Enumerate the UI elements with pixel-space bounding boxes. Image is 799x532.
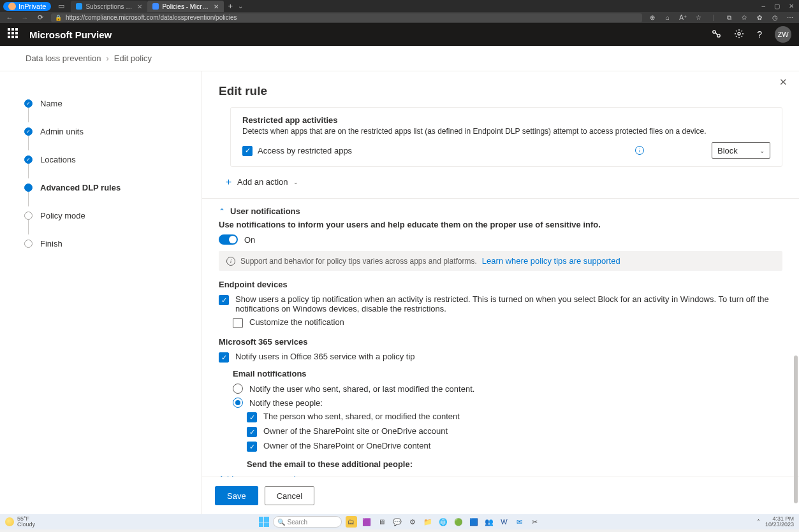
zoom-icon[interactable]: ⊕ [649,14,656,22]
select-value: Block [717,146,738,155]
user-notifications-desc: Use notifications to inform your users a… [219,220,782,229]
window-maximize-button[interactable]: ▢ [774,3,780,10]
copilot-icon[interactable]: ◷ [771,14,779,22]
taskbar-chrome-icon[interactable]: 🟢 [453,516,464,528]
home-icon[interactable]: ⌂ [664,14,671,22]
taskbar-app-icon[interactable]: ⚙ [407,516,418,528]
help-icon[interactable]: ? [757,29,762,40]
taskbar-app-icon[interactable]: 🟦 [468,516,480,528]
tab-close-icon[interactable]: ✕ [137,3,142,10]
notify-people-label: Notify these people: [249,398,782,408]
learn-policy-tips-link[interactable]: Learn where policy tips are supported [482,256,620,266]
wizard-step-admin-units[interactable]: ✓Admin units [24,117,186,145]
browser-tab-1[interactable]: Policies - Microsoft Purview ✕ [147,1,224,12]
user-notifications-section-toggle[interactable]: ⌃ User notifications [219,206,782,216]
window-close-button[interactable]: ✕ [789,3,794,10]
m365-services-heading: Microsoft 365 services [219,337,782,347]
info-icon: i [226,257,235,266]
address-url-input[interactable]: 🔒 https://compliance.microsoft.com/datal… [51,13,642,22]
wizard-step-advanced-dlp-rules[interactable]: Advanced DLP rules [24,173,186,201]
notify-content-owner-checkbox[interactable] [247,442,257,452]
new-tab-button[interactable]: + [228,1,233,11]
add-action-button[interactable]: ＋ Add an action ⌄ [220,169,782,198]
tab-menu-icon[interactable]: ⌄ [238,3,243,10]
taskbar-app-icon[interactable]: 💬 [392,516,403,528]
access-restricted-apps-label: Access by restricted apps [258,146,441,155]
taskbar-explorer-icon[interactable]: 📁 [422,516,434,528]
panel-scroll-body[interactable]: Edit rule Restricted app activities Dete… [202,71,799,477]
restricted-action-select[interactable]: Block ⌄ [712,142,770,159]
info-icon[interactable]: i [635,146,644,155]
toggle-state-label: On [244,235,255,245]
save-button[interactable]: Save [215,486,258,505]
chevron-down-icon: ⌄ [293,179,298,185]
taskbar-edge-icon[interactable]: 🌐 [437,516,449,528]
notify-person-label: The person who sent, shared, or modified… [263,412,782,421]
collections-icon[interactable]: ⧉ [725,14,733,22]
m365-notify-label: Notify users in Office 365 service with … [235,352,782,361]
taskbar-snip-icon[interactable]: ✂ [529,516,541,528]
edit-rule-panel: ✕ Edit rule Restricted app activities De… [202,71,799,514]
tab-favicon-icon [152,3,159,10]
notifications-toggle[interactable] [219,234,238,245]
app-launcher-button[interactable] [8,28,20,41]
user-avatar[interactable]: ZW [775,26,791,43]
taskbar-teams-icon[interactable]: 👥 [483,516,495,528]
browser-tab-0[interactable]: Subscriptions - Microsoft 365 a… ✕ [71,1,147,12]
divider: | [710,14,717,22]
window-minimize-button[interactable]: – [761,3,765,10]
inprivate-badge[interactable]: InPrivate [3,2,51,11]
browser-tabs: Subscriptions - Microsoft 365 a… ✕ Polic… [71,0,224,12]
start-button[interactable] [259,517,269,527]
wizard-step-finish[interactable]: Finish [24,229,186,257]
wizard-nav: ✓Name ✓Admin units ✓Locations Advanced D… [0,71,202,514]
notify-site-owner-checkbox[interactable] [247,427,257,437]
taskbar-search-input[interactable]: 🔍 Search [273,516,342,528]
notify-person-checkbox[interactable] [247,412,257,422]
browser-addressbar: ← → ⟳ 🔒 https://compliance.microsoft.com… [0,12,799,23]
m365-notify-checkbox[interactable] [219,352,229,363]
tab-close-icon[interactable]: ✕ [214,3,219,10]
windows-taskbar: 55°F Cloudy 🔍 Search 🗂 🟪 🖥 💬 ⚙ 📁 🌐 🟢 🟦 👥… [0,514,799,529]
svg-point-1 [717,34,720,36]
profile-label: InPrivate [18,3,46,10]
wizard-step-locations[interactable]: ✓Locations [24,145,186,173]
svg-point-0 [713,30,715,32]
taskbar-app-icon[interactable]: 🖥 [376,516,388,528]
favorite-icon[interactable]: ☆ [694,14,702,22]
access-restricted-apps-checkbox[interactable] [242,146,253,156]
customize-notification-checkbox[interactable] [233,318,243,328]
panel-close-button[interactable]: ✕ [779,76,788,88]
wizard-step-policy-mode[interactable]: Policy mode [24,201,186,229]
taskbar-word-icon[interactable]: W [499,516,510,528]
tab-title: Policies - Microsoft Purview [162,3,210,10]
notify-people-radio[interactable] [233,398,243,408]
whats-new-icon[interactable] [711,29,721,41]
plus-icon: ＋ [224,176,233,188]
taskbar-clock[interactable]: 4:31 PM 10/23/2023 [765,516,794,528]
endpoint-policy-tip-checkbox[interactable] [219,295,229,305]
breadcrumb-item-0[interactable]: Data loss prevention [26,54,101,63]
app-title: Microsoft Purview [29,29,112,40]
chevron-right-icon: › [106,54,109,63]
notify-user-radio[interactable] [233,384,243,394]
breadcrumb-item-1: Edit policy [114,54,152,63]
wizard-step-name[interactable]: ✓Name [24,89,186,117]
taskbar-app-icon[interactable]: 🟪 [361,516,372,528]
scrollbar-thumb[interactable] [794,356,798,503]
cancel-button[interactable]: Cancel [265,486,314,505]
tray-chevron-icon[interactable]: ˄ [757,519,760,526]
tab-actions-icon[interactable]: ▭ [58,2,64,10]
panel-title: Edit rule [219,84,782,98]
nav-refresh-button[interactable]: ⟳ [36,13,45,22]
taskbar-weather[interactable]: 55°F Cloudy [5,516,35,528]
extensions-icon[interactable]: ✿ [756,14,763,22]
favorites-bar-icon[interactable]: ✩ [740,14,748,22]
taskbar-outlook-icon[interactable]: ✉ [514,516,525,528]
more-icon[interactable]: ⋯ [786,14,794,22]
settings-icon[interactable] [734,29,744,41]
nav-back-button[interactable]: ← [5,14,14,22]
read-aloud-icon[interactable]: A⁺ [679,14,687,22]
taskbar-app-icon[interactable]: 🗂 [346,516,357,528]
nav-forward-button: → [20,14,29,22]
